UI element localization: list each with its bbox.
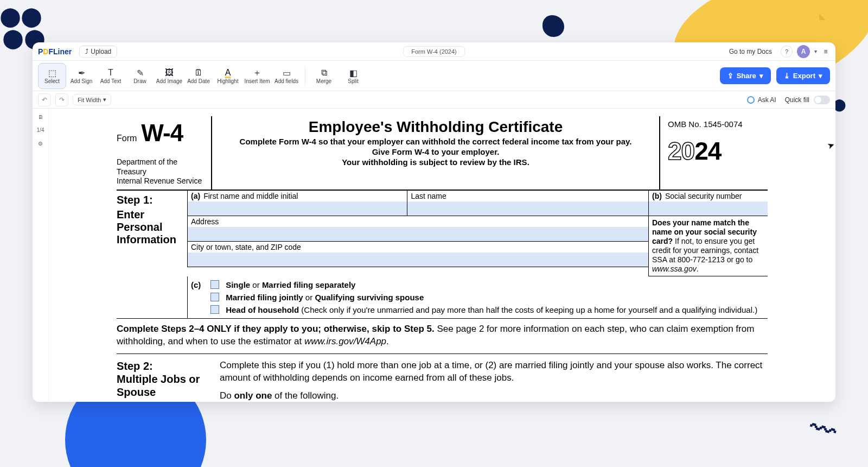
highlight-icon: A: [225, 67, 231, 78]
form-title: Employee's Withholding Certificate: [219, 118, 653, 136]
step2-heading: Step 2: Multiple Jobs or Spouse: [117, 359, 220, 402]
tool-add-date[interactable]: 🗓 Add Date: [184, 63, 213, 89]
select-icon: ⬚: [48, 67, 56, 78]
form-header-right: OMB No. 1545-0074 2024: [659, 116, 768, 190]
redo-button[interactable]: ↷: [55, 93, 68, 106]
tool-highlight[interactable]: A Highlight: [214, 63, 242, 89]
share-button[interactable]: ⇪ Share ▾: [720, 67, 771, 84]
city-field[interactable]: [188, 253, 648, 267]
tool-merge[interactable]: ⧉ Merge: [310, 63, 338, 89]
upload-button[interactable]: ⤴ Upload: [79, 46, 117, 58]
chevron-down-icon: ▾: [760, 72, 763, 80]
app-logo: PDFLiner: [38, 47, 72, 56]
chevron-down-icon: ▾: [819, 72, 822, 80]
cell-address: Address: [187, 216, 648, 242]
tool-label: Split: [348, 78, 358, 84]
tool-add-fields[interactable]: ▭ Add fields: [272, 63, 301, 89]
insert-icon: ＋: [253, 67, 261, 78]
page-indicator: 1/4: [37, 127, 44, 133]
form-line-1: Complete Form W-4 so that your employer …: [219, 137, 653, 146]
settings-icon[interactable]: ⚙: [36, 138, 46, 148]
tool-split[interactable]: ◧ Split: [339, 63, 367, 89]
steps-2-4-instruction: Complete Steps 2–4 ONLY if they apply to…: [117, 319, 768, 354]
tool-insert-item[interactable]: ＋ Insert Item: [243, 63, 271, 89]
ask-ai-label: Ask AI: [758, 96, 776, 104]
tool-label: Add fields: [275, 78, 298, 84]
tool-label: Add Image: [156, 78, 182, 84]
last-name-field[interactable]: [407, 201, 648, 216]
app-window: PDFLiner ⤴ Upload Form W-4 (2024) Go to …: [33, 42, 835, 402]
tool-select[interactable]: ⬚ Select: [38, 63, 66, 89]
tool-label: Add Sign: [71, 78, 93, 84]
sign-icon: ✒: [78, 67, 85, 78]
chevron-down-icon: ▾: [103, 96, 106, 103]
export-label: Export: [793, 72, 815, 80]
checkbox-married-jointly[interactable]: [210, 293, 219, 301]
ask-ai-button[interactable]: Ask AI: [747, 96, 776, 104]
quick-fill-label: Quick fill: [785, 96, 809, 104]
step1-heading: Step 1: Enter Personal Information: [117, 191, 187, 318]
form-code: W-4: [141, 119, 183, 147]
bg-pdf-glyph: [797, 11, 830, 43]
tool-draw[interactable]: ✎ Draw: [126, 63, 154, 89]
form-line-3: Your withholding is subject to review by…: [219, 157, 653, 167]
checkbox-single[interactable]: [210, 280, 219, 289]
tool-label: Highlight: [218, 78, 239, 84]
cell-ssn: (b)Social security number: [648, 191, 768, 216]
tool-add-text[interactable]: T Add Text: [97, 63, 125, 89]
user-avatar[interactable]: A: [797, 45, 810, 58]
step2-body: Complete this step if you (1) hold more …: [220, 359, 768, 402]
avatar-menu-caret[interactable]: ▾: [814, 48, 817, 54]
export-icon: ⤓: [784, 72, 790, 80]
merge-icon: ⧉: [321, 67, 327, 78]
export-button[interactable]: ⤓ Export ▾: [776, 67, 830, 84]
form-line-2: Give Form W-4 to your employer.: [219, 147, 653, 156]
form-header-mid: Employee's Withholding Certificate Compl…: [212, 116, 659, 190]
tool-label: Add Date: [187, 78, 210, 84]
zoom-select[interactable]: Fit Width ▾: [73, 94, 111, 105]
tool-add-sign[interactable]: ✒ Add Sign: [67, 63, 95, 89]
bg-dot-mid: [542, 15, 564, 37]
draw-icon: ✎: [137, 67, 144, 78]
goto-docs-link[interactable]: Go to my Docs: [725, 46, 776, 58]
pages-panel-icon[interactable]: 🗎: [36, 112, 46, 122]
form-header-left: Form W-4 Department of the Treasury Inte…: [117, 116, 212, 190]
tool-add-image[interactable]: 🖼 Add Image: [155, 63, 183, 89]
document-title: Form W-4 (2024): [411, 48, 457, 55]
document-scroll[interactable]: Form W-4 Department of the Treasury Inte…: [49, 109, 835, 402]
share-icon: ⇪: [727, 72, 733, 80]
form-word: Form: [117, 134, 137, 143]
left-rail: 🗎 1/4 ⚙: [33, 109, 49, 402]
ssn-field[interactable]: [649, 201, 768, 216]
main-toolbar: ⬚ Select ✒ Add Sign T Add Text ✎ Draw 🖼 …: [33, 61, 835, 91]
form-header: Form W-4 Department of the Treasury Inte…: [117, 116, 768, 191]
step2-section: Step 2: Multiple Jobs or Spouse Complete…: [117, 354, 768, 402]
cell-city: City or town, state, and ZIP code: [187, 242, 648, 267]
bg-zigzag: 〰: [806, 413, 839, 449]
first-name-field[interactable]: [188, 201, 407, 216]
help-button[interactable]: ?: [781, 46, 793, 58]
split-icon: ◧: [349, 67, 358, 78]
address-field[interactable]: [188, 227, 648, 241]
form-year: 2024: [668, 136, 764, 166]
ssn-note: Does your name match the name on your so…: [648, 216, 768, 276]
window-menu-icon[interactable]: ≡: [821, 48, 830, 55]
date-icon: 🗓: [194, 67, 203, 78]
toolbar-separator: [305, 66, 305, 86]
zoom-label: Fit Width: [78, 97, 101, 103]
upload-icon: ⤴: [85, 48, 88, 55]
title-bar: PDFLiner ⤴ Upload Form W-4 (2024) Go to …: [33, 42, 835, 61]
omb-number: OMB No. 1545-0074: [668, 119, 764, 129]
checkbox-head-household[interactable]: [210, 305, 219, 314]
undo-button[interactable]: ↶: [38, 93, 51, 106]
document-page: Form W-4 Department of the Treasury Inte…: [73, 109, 811, 402]
fields-icon: ▭: [283, 67, 291, 78]
cell-last-name: Last name: [407, 191, 648, 216]
toggle-switch[interactable]: [814, 96, 830, 104]
quick-fill-toggle[interactable]: Quick fill: [785, 96, 830, 104]
document-title-pill[interactable]: Form W-4 (2024): [403, 46, 465, 57]
tool-label: Insert Item: [244, 78, 270, 84]
ai-icon: [747, 96, 755, 104]
tool-label: Merge: [316, 78, 331, 84]
image-icon: 🖼: [165, 67, 174, 78]
